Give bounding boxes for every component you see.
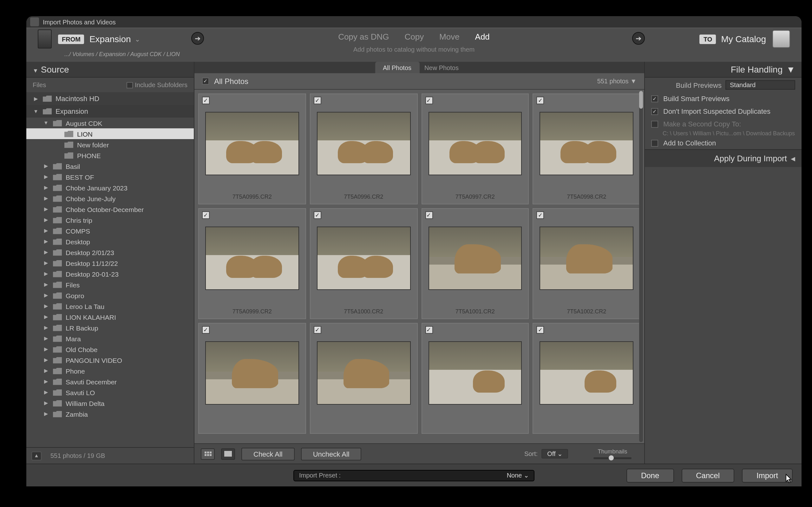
tree-row[interactable]: ▶Desktop 2/01/23 bbox=[26, 247, 194, 258]
smart-previews-checkbox[interactable] bbox=[651, 95, 658, 102]
mode-copy[interactable]: Copy bbox=[404, 32, 424, 42]
thumbnail-cell[interactable]: ✓ bbox=[310, 323, 418, 434]
thumbnail-image[interactable] bbox=[428, 227, 522, 290]
tab-new-photos[interactable]: New Photos bbox=[419, 62, 464, 73]
tree-row[interactable]: ▼August CDK bbox=[26, 118, 194, 129]
tree-row[interactable]: ▶Leroo La Tau bbox=[26, 301, 194, 312]
scrollbar-thumb[interactable] bbox=[639, 91, 643, 109]
mode-move[interactable]: Move bbox=[439, 32, 460, 42]
tree-row[interactable]: ▶PANGOLIN VIDEO bbox=[26, 355, 194, 366]
tree-row[interactable]: ▶Savuti LO bbox=[26, 387, 194, 398]
tree-row[interactable]: ▶Savuti December bbox=[26, 377, 194, 387]
thumbnail-size-slider[interactable]: Thumbnails bbox=[587, 448, 638, 459]
tree-row[interactable]: ▶Chobe June-July bbox=[26, 193, 194, 204]
tree-row[interactable]: ▶Chobe October-December bbox=[26, 204, 194, 215]
file-handling-header[interactable]: File Handling ▼ bbox=[645, 62, 802, 78]
thumbnail-image[interactable] bbox=[428, 341, 522, 405]
no-duplicates-checkbox[interactable] bbox=[651, 108, 658, 115]
include-subfolders-checkbox[interactable] bbox=[127, 82, 133, 89]
thumbnail-cell[interactable]: ✓7T5A0996.CR2 bbox=[310, 94, 418, 205]
tree-row[interactable]: ▶BEST OF bbox=[26, 172, 194, 182]
sort-dropdown[interactable]: Off ⌄ bbox=[542, 449, 568, 458]
tree-row[interactable]: ▶Desktop 11/12/22 bbox=[26, 258, 194, 269]
tree-row[interactable]: ▶Old Chobe bbox=[26, 344, 194, 355]
build-previews-select[interactable]: Standard bbox=[725, 80, 795, 90]
destination-block[interactable]: TO My Catalog bbox=[700, 28, 790, 50]
thumbnail-image[interactable] bbox=[540, 112, 634, 175]
thumbnail-cell[interactable]: ✓7T5A0999.CR2 bbox=[198, 208, 306, 319]
thumb-checkbox[interactable]: ✓ bbox=[202, 97, 210, 104]
thumb-checkbox[interactable]: ✓ bbox=[314, 211, 321, 219]
tree-row[interactable]: PHONE bbox=[26, 150, 194, 161]
apply-during-import-header[interactable]: Apply During Import ◀ bbox=[645, 149, 802, 167]
thumbnail-cell[interactable]: ✓7T5A0995.CR2 bbox=[198, 94, 306, 205]
tree-row[interactable]: ▶Gopro bbox=[26, 290, 194, 301]
thumbnail-image[interactable] bbox=[205, 112, 299, 175]
thumb-checkbox[interactable]: ✓ bbox=[202, 211, 210, 219]
tree-row[interactable]: New folder bbox=[26, 139, 194, 150]
import-preset-dropdown[interactable]: Import Preset : None ⌄ bbox=[293, 469, 535, 481]
thumb-checkbox[interactable]: ✓ bbox=[537, 326, 544, 334]
check-all-button[interactable]: Check All bbox=[241, 447, 295, 460]
thumbnail-image[interactable] bbox=[317, 341, 411, 405]
thumbnail-cell[interactable]: ✓ bbox=[421, 323, 529, 434]
thumb-checkbox[interactable]: ✓ bbox=[202, 326, 210, 334]
tree-row[interactable]: ▶Chobe January 2023 bbox=[26, 182, 194, 193]
thumbnail-cell[interactable]: ✓ bbox=[198, 323, 306, 434]
thumbnail-image[interactable] bbox=[317, 112, 411, 175]
thumbnail-grid[interactable]: ✓7T5A0995.CR2✓7T5A0996.CR2✓7T5A0997.CR2✓… bbox=[194, 90, 644, 443]
add-to-collection-checkbox[interactable] bbox=[651, 139, 658, 147]
tree-row[interactable]: LION bbox=[26, 129, 194, 139]
source-tree[interactable]: ▶Macintosh HD▼Expansion▼August CDKLIONNe… bbox=[26, 93, 194, 447]
tree-row[interactable]: ▶Files bbox=[26, 279, 194, 290]
thumb-checkbox[interactable]: ✓ bbox=[425, 211, 433, 219]
tree-row[interactable]: ▶Desktop 20-01-23 bbox=[26, 269, 194, 279]
thumbnail-cell[interactable]: ✓7T5A1002.CR2 bbox=[533, 208, 641, 319]
thumbnail-cell[interactable]: ✓7T5A1001.CR2 bbox=[421, 208, 529, 319]
thumb-checkbox[interactable]: ✓ bbox=[314, 326, 321, 334]
tree-row[interactable]: ▶Basil bbox=[26, 161, 194, 172]
arrow-forward-icon-2[interactable]: ➔ bbox=[632, 32, 645, 45]
thumbnail-cell[interactable]: ✓ bbox=[533, 323, 641, 434]
select-all-checkbox[interactable] bbox=[202, 78, 209, 84]
thumbnail-image[interactable] bbox=[317, 227, 411, 290]
tree-row[interactable]: ▶Zambia bbox=[26, 409, 194, 419]
import-button[interactable]: Import bbox=[742, 468, 793, 482]
second-copy-checkbox[interactable] bbox=[651, 120, 658, 127]
thumb-checkbox[interactable]: ✓ bbox=[537, 97, 544, 104]
grid-view-button[interactable] bbox=[201, 448, 215, 459]
mode-copy-dng[interactable]: Copy as DNG bbox=[338, 32, 389, 42]
tree-row[interactable]: ▶LR Backup bbox=[26, 323, 194, 333]
grid-scrollbar[interactable] bbox=[639, 91, 643, 442]
thumbnail-cell[interactable]: ✓7T5A0997.CR2 bbox=[421, 94, 529, 205]
tree-row[interactable]: ▶LION KALAHARI bbox=[26, 312, 194, 323]
tree-row[interactable]: ▶COMPS bbox=[26, 226, 194, 236]
thumbnail-image[interactable] bbox=[205, 341, 299, 405]
tree-row[interactable]: ▶William Delta bbox=[26, 398, 194, 409]
collapse-left-icon[interactable]: ▲ bbox=[32, 451, 42, 460]
chevron-down-icon[interactable]: ▼ bbox=[630, 78, 637, 84]
done-button[interactable]: Done bbox=[626, 468, 674, 482]
mode-add[interactable]: Add bbox=[475, 32, 490, 42]
thumb-checkbox[interactable]: ✓ bbox=[537, 211, 544, 219]
thumb-checkbox[interactable]: ✓ bbox=[314, 97, 321, 104]
tab-all-photos[interactable]: All Photos bbox=[375, 62, 419, 73]
thumb-checkbox[interactable]: ✓ bbox=[425, 97, 433, 104]
tree-row[interactable]: ▼Expansion bbox=[26, 105, 194, 118]
thumbnail-cell[interactable]: ✓7T5A1000.CR2 bbox=[310, 208, 418, 319]
thumbnail-cell[interactable]: ✓7T5A0998.CR2 bbox=[533, 94, 641, 205]
thumbnail-image[interactable] bbox=[205, 227, 299, 290]
tree-row[interactable]: ▶Desktop bbox=[26, 236, 194, 247]
thumbnail-image[interactable] bbox=[428, 112, 522, 175]
tree-row[interactable]: ▶Mara bbox=[26, 333, 194, 344]
cancel-button[interactable]: Cancel bbox=[681, 468, 734, 482]
uncheck-all-button[interactable]: Uncheck All bbox=[301, 447, 362, 460]
slider-knob[interactable] bbox=[609, 455, 614, 460]
tree-row[interactable]: ▶Chris trip bbox=[26, 215, 194, 226]
loupe-view-button[interactable] bbox=[221, 448, 235, 459]
thumbnail-image[interactable] bbox=[540, 341, 634, 405]
tree-row[interactable]: ▶Macintosh HD bbox=[26, 93, 194, 105]
thumb-checkbox[interactable]: ✓ bbox=[425, 326, 433, 334]
tree-row[interactable]: ▶Phone bbox=[26, 366, 194, 377]
source-panel-header[interactable]: ▼Source bbox=[26, 62, 194, 78]
